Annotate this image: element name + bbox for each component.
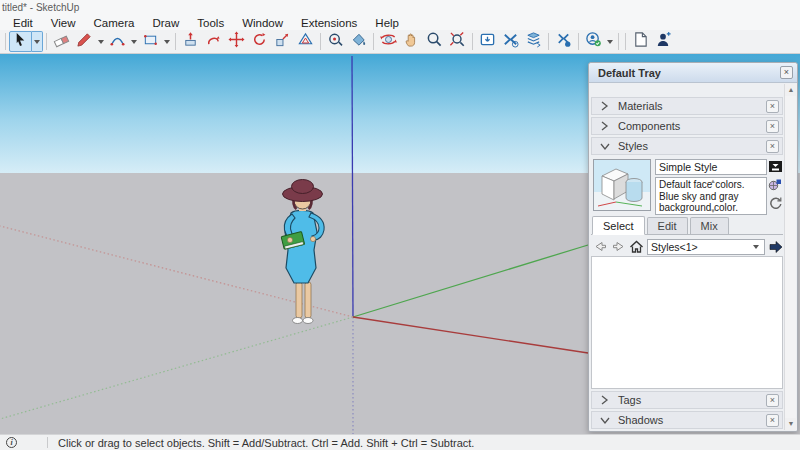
menubar: Edit View Camera Draw Tools Window Exten…: [0, 15, 800, 30]
section-label: Components: [612, 120, 766, 132]
styles-list[interactable]: [591, 256, 783, 389]
section-close-button[interactable]: ×: [766, 140, 779, 153]
pencil-icon: [76, 31, 93, 52]
share-model-button[interactable]: [499, 31, 522, 52]
scroll-down-icon[interactable]: ▼: [785, 418, 797, 430]
tray-titlebar[interactable]: Default Tray ×: [589, 63, 797, 83]
section-close-button[interactable]: ×: [766, 120, 779, 133]
update-style-icon[interactable]: [769, 195, 782, 213]
follow-me-icon: [205, 31, 222, 52]
extension-warehouse-button[interactable]: [552, 31, 575, 52]
rotate-icon: [251, 31, 268, 52]
toolbar: [0, 30, 800, 54]
tray-scrollbar[interactable]: ▲ ▼: [784, 84, 796, 430]
push-pull-icon: [182, 31, 199, 52]
details-arrow-button[interactable]: [768, 239, 783, 254]
tape-measure-tool-button[interactable]: [324, 31, 347, 52]
tray-close-button[interactable]: ×: [780, 66, 793, 79]
section-tags[interactable]: Tags ×: [591, 391, 783, 409]
scroll-down-icon[interactable]: ▼: [709, 208, 717, 214]
tab-edit[interactable]: Edit: [647, 217, 688, 234]
style-name-input[interactable]: [655, 159, 767, 175]
zoom-tool-button[interactable]: [423, 31, 446, 52]
eraser-tool-button[interactable]: [50, 31, 73, 52]
arc-tool-button[interactable]: [106, 31, 129, 52]
line-tool-button[interactable]: [73, 31, 96, 52]
share-component-icon: [525, 31, 542, 52]
forward-arrow-icon[interactable]: [611, 239, 626, 254]
rectangle-tool-button[interactable]: [139, 31, 162, 52]
chevron-down-icon: [600, 416, 612, 425]
section-materials[interactable]: Materials ×: [591, 97, 783, 115]
home-icon[interactable]: [629, 239, 644, 254]
section-styles[interactable]: Styles ×: [591, 137, 783, 155]
section-close-button[interactable]: ×: [766, 414, 779, 427]
zoom-extents-icon: [449, 31, 466, 52]
tray-body: Materials × Components × Styles ×: [591, 84, 783, 429]
tab-mix[interactable]: Mix: [690, 217, 729, 234]
statusbar: i Click or drag to select objects. Shift…: [0, 434, 800, 450]
description-scrollbar[interactable]: ▲▼: [709, 178, 717, 214]
secondary-pane-toggle-icon[interactable]: [769, 159, 782, 177]
window-title: titled* - SketchUp: [2, 2, 79, 13]
toolbar-separator: [618, 33, 619, 50]
style-thumbnail: [593, 159, 651, 211]
select-tool-dropdown[interactable]: [32, 31, 43, 52]
menu-edit[interactable]: Edit: [4, 16, 42, 30]
orbit-icon: [380, 31, 397, 52]
arc-dropdown-icon[interactable]: [131, 40, 137, 44]
new-document-button[interactable]: [629, 31, 652, 52]
section-label: Materials: [612, 100, 766, 112]
account-button[interactable]: [582, 31, 605, 52]
section-close-button[interactable]: ×: [766, 394, 779, 407]
pan-hand-icon: [403, 31, 420, 52]
scale-tool-button[interactable]: [271, 31, 294, 52]
menu-extensions[interactable]: Extensions: [292, 16, 366, 30]
select-tool-button[interactable]: [9, 31, 32, 52]
info-icon[interactable]: i: [6, 437, 17, 448]
zoom-icon: [426, 31, 443, 52]
menu-window[interactable]: Window: [233, 16, 292, 30]
menu-draw[interactable]: Draw: [143, 16, 188, 30]
section-label: Shadows: [612, 414, 766, 426]
pan-tool-button[interactable]: [400, 31, 423, 52]
zoom-extents-button[interactable]: [446, 31, 469, 52]
scroll-up-icon[interactable]: ▲: [785, 84, 797, 96]
menu-help[interactable]: Help: [366, 16, 408, 30]
paint-bucket-tool-button[interactable]: [347, 31, 370, 52]
push-pull-tool-button[interactable]: [179, 31, 202, 52]
scale-figure-person[interactable]: [281, 180, 324, 324]
extension-warehouse-icon: [555, 31, 572, 52]
move-tool-button[interactable]: [225, 31, 248, 52]
menu-view[interactable]: View: [42, 16, 85, 30]
window-titlebar: titled* - SketchUp: [0, 0, 800, 15]
menu-tools[interactable]: Tools: [188, 16, 233, 30]
styles-panel: Default face colors. Blue sky and gray b…: [591, 157, 783, 215]
eraser-icon: [53, 31, 70, 52]
orbit-tool-button[interactable]: [377, 31, 400, 52]
account-dropdown-icon[interactable]: [607, 40, 613, 44]
share-component-button[interactable]: [522, 31, 545, 52]
section-shadows[interactable]: Shadows ×: [591, 411, 783, 429]
get-models-button[interactable]: [476, 31, 499, 52]
back-arrow-icon[interactable]: [593, 239, 608, 254]
rectangle-dropdown-icon[interactable]: [164, 40, 170, 44]
rotate-tool-button[interactable]: [248, 31, 271, 52]
menu-camera[interactable]: Camera: [85, 16, 144, 30]
section-components[interactable]: Components ×: [591, 117, 783, 135]
scroll-up-icon[interactable]: ▲: [709, 178, 717, 184]
section-label: Styles: [612, 140, 766, 152]
line-dropdown-icon[interactable]: [98, 40, 104, 44]
create-style-icon[interactable]: [768, 177, 782, 195]
offset-tool-button[interactable]: [294, 31, 317, 52]
follow-me-tool-button[interactable]: [202, 31, 225, 52]
green-axis-dotted: [0, 317, 353, 419]
person-button[interactable]: [652, 31, 675, 52]
account-icon: [585, 31, 602, 52]
blue-axis: [352, 56, 353, 317]
tab-select[interactable]: Select: [592, 216, 645, 235]
section-close-button[interactable]: ×: [766, 100, 779, 113]
move-icon: [228, 31, 245, 52]
styles-collection-dropdown[interactable]: Styles<1>: [647, 239, 765, 255]
toolbar-separator: [373, 33, 374, 50]
